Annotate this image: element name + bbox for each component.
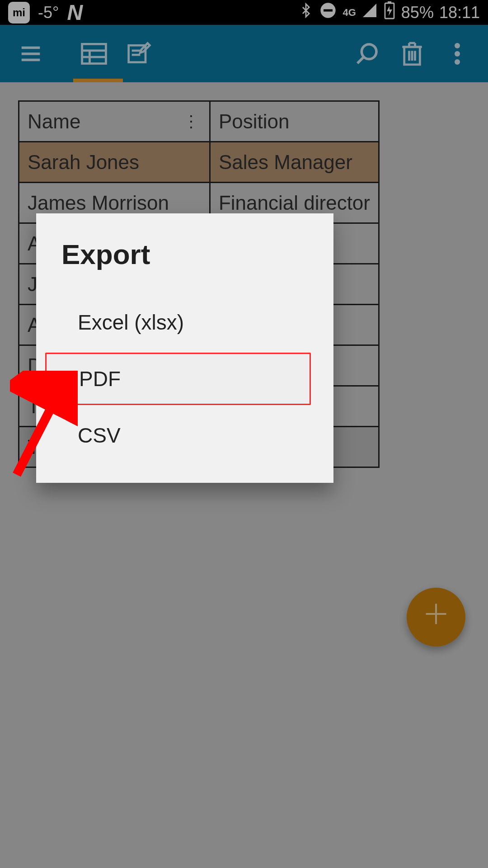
export-option[interactable]: Excel (xlsx) — [36, 297, 333, 347]
export-dialog: Export Excel (xlsx)PDFCSV — [36, 213, 333, 483]
export-option[interactable]: PDF — [45, 353, 311, 405]
export-option[interactable]: CSV — [36, 410, 333, 460]
dialog-title: Export — [36, 213, 333, 270]
